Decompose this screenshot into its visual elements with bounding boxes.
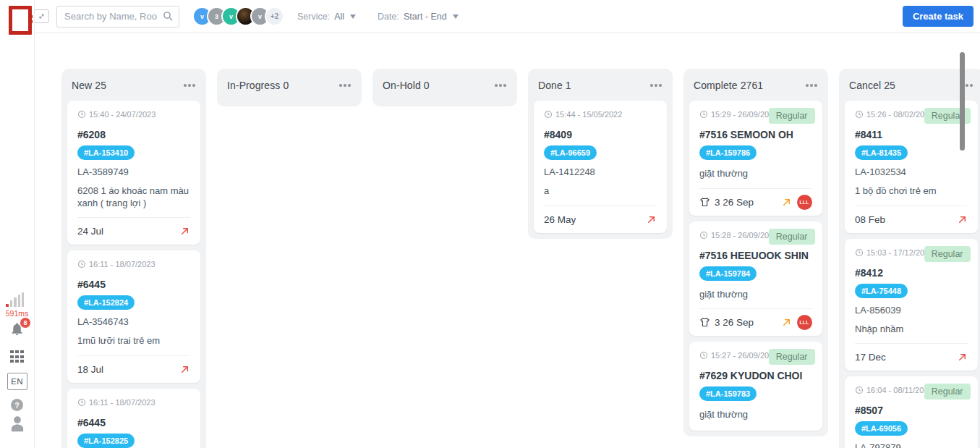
column-title: New 25 — [72, 80, 106, 91]
laundry-item-icon — [699, 197, 710, 208]
card-id: #7516 SEMOON OH — [699, 129, 812, 140]
app-logo[interactable] — [9, 6, 33, 30]
task-card[interactable]: 16:11 - 18/07/2023#6445#LA-152825 — [67, 389, 200, 448]
latency-value: 591ms — [6, 309, 29, 318]
avatar-group: v3vv+2 — [192, 7, 284, 26]
card-footer: 26 May — [544, 206, 657, 233]
card-footer-actions — [957, 214, 968, 225]
task-card[interactable]: 15:27 - 26/09/2023Regular#7629 KYUDON CH… — [689, 342, 822, 431]
card-reference: LA-3589749 — [77, 166, 190, 177]
card-tag[interactable]: #LA-159784 — [699, 266, 757, 281]
create-task-button[interactable]: Create task — [903, 6, 973, 27]
column-title: Done 1 — [538, 80, 571, 91]
open-task-arrow-icon[interactable] — [646, 214, 657, 225]
column-header: On-Hold 0 — [372, 69, 517, 101]
card-id: #7516 HEEUOOK SHIN — [699, 250, 812, 261]
task-card[interactable]: 15:40 - 24/07/2023#6208#LA-153410LA-3589… — [67, 101, 200, 245]
card-tag[interactable]: #LA-152824 — [77, 295, 135, 310]
column-header: Complete 2761 — [683, 69, 828, 101]
help-icon[interactable]: ? — [11, 399, 23, 411]
card-footer: 08 Feb — [855, 206, 968, 233]
search-icon[interactable] — [163, 11, 174, 22]
assignee-avatar[interactable]: LLL — [797, 195, 812, 210]
open-task-arrow-icon[interactable] — [781, 317, 792, 328]
clock-icon — [699, 351, 708, 360]
apps-grid-icon[interactable] — [10, 350, 24, 363]
service-filter-value: All — [334, 12, 344, 22]
clock-icon — [855, 248, 864, 257]
clock-icon — [544, 110, 553, 119]
card-tag[interactable]: #LA-69056 — [855, 421, 908, 436]
card-footer-actions — [179, 226, 190, 237]
column-menu-icon[interactable] — [494, 82, 507, 89]
card-description: giặt thường — [699, 409, 812, 421]
task-card[interactable]: 15:03 - 17/12/2021Regular#8412#LA-75448L… — [845, 239, 978, 371]
card-tag[interactable]: #LA-153410 — [77, 145, 135, 160]
open-task-arrow-icon[interactable] — [179, 226, 190, 237]
column-header: Cancel 25 — [839, 69, 980, 101]
task-card[interactable]: 16:04 - 08/11/2021Regular#8507#LA-69056L… — [845, 376, 978, 448]
notifications-button[interactable]: 8 — [9, 321, 25, 339]
open-task-arrow-icon[interactable] — [957, 352, 968, 363]
vertical-scrollbar-thumb[interactable] — [960, 52, 965, 151]
user-profile-icon[interactable] — [8, 414, 27, 436]
card-tag[interactable]: #LA-81435 — [855, 145, 908, 160]
card-id: #8412 — [855, 267, 968, 279]
task-card[interactable]: 16:11 - 18/07/2023#6445#LA-152824LA-3546… — [67, 250, 200, 383]
task-card[interactable]: 15:29 - 26/09/2023Regular#7516 SEMOON OH… — [689, 101, 822, 216]
task-card[interactable]: 15:44 - 15/05/2022#8409#LA-96659LA-14122… — [534, 101, 667, 233]
card-tag[interactable]: #LA-159783 — [699, 386, 757, 401]
open-task-arrow-icon[interactable] — [179, 364, 190, 375]
card-tag[interactable]: #LA-96659 — [544, 145, 597, 160]
card-reference: LA-1032534 — [855, 166, 968, 177]
notification-badge: 8 — [20, 318, 30, 328]
clock-icon — [699, 231, 708, 240]
column-menu-icon[interactable] — [183, 82, 196, 89]
card-description: 1 bộ đồ chơi trẻ em — [855, 185, 968, 198]
card-items-count: 3 26 Sep — [699, 197, 754, 208]
card-footer-actions — [646, 214, 657, 225]
column-menu-icon[interactable] — [338, 82, 351, 89]
column-on-hold-0: On-Hold 0 — [372, 69, 517, 106]
card-reference: LA-797879 — [855, 442, 968, 448]
chevron-down-icon — [350, 14, 356, 19]
column-title: Cancel 25 — [849, 80, 895, 91]
app-root: 591ms 8 EN ? — [0, 0, 980, 448]
card-id: #6208 — [77, 129, 190, 140]
card-id: #8507 — [855, 405, 968, 416]
column-cards: 15:40 - 24/07/2023#6208#LA-153410LA-3589… — [61, 101, 206, 448]
column-menu-icon[interactable] — [805, 82, 818, 89]
card-footer: 3 26 SepLLL — [699, 188, 812, 216]
card-tag[interactable]: #LA-152825 — [77, 434, 135, 448]
task-card[interactable]: 15:26 - 08/02/2022Regular#8411#LA-81435L… — [845, 101, 978, 233]
search-input[interactable] — [56, 6, 179, 28]
expand-icon[interactable] — [34, 9, 49, 23]
card-tag[interactable]: #LA-159786 — [699, 145, 757, 160]
column-header: Done 1 — [528, 69, 673, 101]
card-footer: 17 Dec — [855, 343, 968, 371]
kanban-board: New 2515:40 - 24/07/2023#6208#LA-153410L… — [61, 69, 980, 448]
card-tag[interactable]: #LA-75448 — [855, 284, 908, 298]
card-type-badge: Regular — [924, 246, 971, 262]
topbar: v3vv+2 Service: All Date: Start - End Cr… — [34, 0, 980, 33]
card-timestamp: 16:11 - 18/07/2023 — [77, 260, 190, 269]
assignee-avatar[interactable]: LLL — [797, 315, 812, 330]
language-selector[interactable]: EN — [7, 373, 27, 390]
card-id: #8411 — [855, 129, 968, 140]
date-filter[interactable]: Date: Start - End — [378, 12, 459, 22]
avatar-overflow-count[interactable]: +2 — [265, 7, 284, 26]
column-header: New 25 — [61, 69, 206, 101]
card-id: #6445 — [77, 279, 190, 290]
column-menu-icon[interactable] — [649, 82, 662, 89]
card-type-badge: Regular — [924, 384, 971, 400]
column-cancel-25: Cancel 2515:26 - 08/02/2022Regular#8411#… — [839, 69, 980, 448]
task-card[interactable]: 15:28 - 26/09/2023Regular#7516 HEEUOOK S… — [689, 221, 822, 337]
card-due-date: 26 May — [544, 214, 576, 225]
laundry-item-icon — [699, 317, 710, 328]
column-title: Complete 2761 — [694, 80, 763, 91]
open-task-arrow-icon[interactable] — [957, 214, 968, 225]
service-filter[interactable]: Service: All — [297, 12, 356, 22]
clock-icon — [77, 110, 86, 119]
card-timestamp: 15:40 - 24/07/2023 — [77, 110, 190, 119]
open-task-arrow-icon[interactable] — [781, 197, 792, 208]
